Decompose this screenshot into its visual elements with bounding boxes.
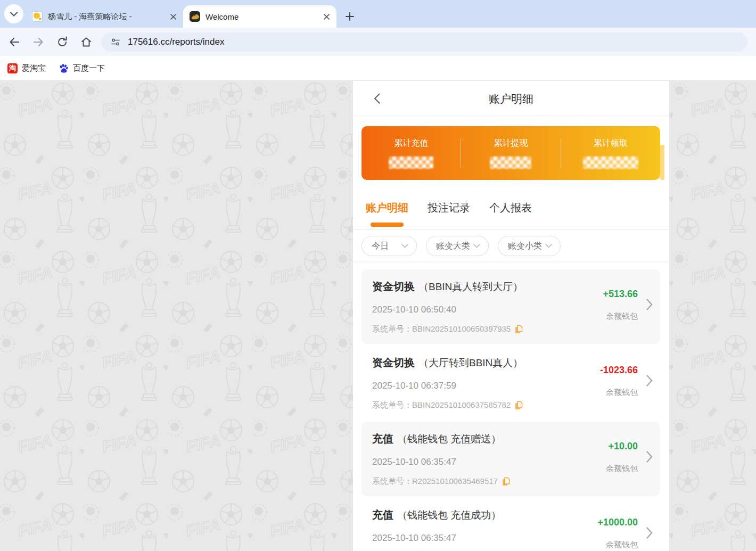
total-deposit: 累计充值 bbox=[361, 138, 461, 169]
forward-button[interactable] bbox=[29, 33, 47, 51]
tab-search-button[interactable] bbox=[4, 4, 23, 23]
amount: -1023.66 bbox=[600, 365, 638, 376]
report-tabs: 账户明细 投注记录 个人报表 bbox=[353, 194, 669, 230]
tab-personal-report[interactable]: 个人报表 bbox=[489, 201, 532, 229]
summary-section: 累计充值 累计提现 累计领取 bbox=[353, 116, 669, 194]
tab-title: Welcome bbox=[206, 12, 322, 21]
page-content: FIFA 账户明细 bbox=[0, 81, 756, 551]
bookmark-aitaobao[interactable]: 淘 爱淘宝 bbox=[7, 63, 46, 73]
order-number-row: 系统单号：BBIN202510100650397935 bbox=[372, 324, 660, 334]
chevron-right-icon bbox=[646, 527, 653, 539]
account-detail-panel: 账户明细 累计充值 累计提现 累计领取 bbox=[353, 81, 669, 551]
browser-toolbar: 175616.cc/reports/index bbox=[0, 28, 756, 56]
home-icon bbox=[80, 36, 93, 48]
new-tab-button[interactable] bbox=[341, 7, 359, 26]
pegasus-favicon-icon bbox=[190, 11, 200, 22]
filter-major-type[interactable]: 账变大类 bbox=[426, 236, 489, 256]
baidu-paw-icon bbox=[59, 63, 69, 73]
transaction-row[interactable]: 资金切换（大厅转到BBIN真人） 2025-10-10 06:37:59 系统单… bbox=[361, 346, 660, 420]
blurred-value bbox=[583, 157, 638, 169]
reload-button[interactable] bbox=[53, 33, 71, 51]
forum-favicon-icon bbox=[32, 11, 43, 22]
blurred-value bbox=[490, 157, 531, 169]
page-title: 账户明细 bbox=[353, 92, 669, 106]
total-claim: 累计领取 bbox=[561, 138, 660, 169]
chevron-right-icon bbox=[646, 451, 653, 463]
address-bar[interactable]: 175616.cc/reports/index bbox=[101, 32, 747, 52]
chevron-right-icon bbox=[646, 299, 653, 310]
blurred-value bbox=[389, 157, 433, 169]
chevron-down-icon bbox=[545, 244, 552, 248]
filter-minor-type[interactable]: 账变小类 bbox=[498, 236, 561, 256]
chevron-right-icon bbox=[646, 375, 653, 386]
back-arrow-icon bbox=[8, 36, 21, 48]
tab-close-icon[interactable] bbox=[322, 12, 331, 21]
wallet-label: 余额钱包 bbox=[600, 388, 638, 398]
transaction-list: 资金切换（BBIN真人转到大厅） 2025-10-10 06:50:40 系统单… bbox=[353, 261, 669, 551]
chevron-down-icon bbox=[10, 12, 18, 17]
amount: +1000.00 bbox=[597, 517, 638, 528]
tab-title: 杨雪儿 - 海燕策略论坛 - bbox=[48, 12, 168, 22]
home-button[interactable] bbox=[77, 33, 95, 51]
totals-card[interactable]: 累计充值 累计提现 累计领取 bbox=[361, 126, 660, 180]
tab-bet-records[interactable]: 投注记录 bbox=[428, 201, 470, 229]
tab-account-detail[interactable]: 账户明细 bbox=[366, 201, 408, 229]
panel-header: 账户明细 bbox=[353, 81, 669, 116]
next-card-peek bbox=[660, 145, 664, 180]
chevron-down-icon bbox=[401, 244, 408, 248]
chevron-down-icon bbox=[473, 244, 480, 248]
forward-arrow-icon bbox=[32, 36, 45, 48]
bookmark-baidu[interactable]: 百度一下 bbox=[59, 63, 105, 73]
transaction-row[interactable]: 资金切换（BBIN真人转到大厅） 2025-10-10 06:50:40 系统单… bbox=[361, 269, 660, 344]
order-number-row: 系统单号：R202510100635469517 bbox=[372, 476, 660, 487]
active-tab-underline bbox=[371, 223, 404, 227]
tab-close-icon[interactable] bbox=[168, 12, 178, 21]
copy-icon[interactable] bbox=[502, 477, 510, 486]
amount: +10.00 bbox=[606, 441, 638, 452]
transaction-row[interactable]: 充值（钱能钱包 充值赠送） 2025-10-10 06:35:47 系统单号：R… bbox=[361, 422, 660, 496]
filter-date[interactable]: 今日 bbox=[361, 236, 417, 256]
filter-row: 今日 账变大类 账变小类 bbox=[353, 230, 669, 261]
browser-tab-strip: 杨雪儿 - 海燕策略论坛 - Welcome bbox=[0, 0, 756, 28]
total-withdraw: 累计提现 bbox=[461, 138, 560, 169]
plus-icon bbox=[346, 12, 354, 21]
wallet-label: 余额钱包 bbox=[603, 311, 638, 322]
site-settings-icon bbox=[110, 36, 121, 48]
bookmarks-bar: 淘 爱淘宝 百度一下 bbox=[0, 56, 756, 81]
wallet-label: 余额钱包 bbox=[606, 464, 638, 474]
taobao-icon: 淘 bbox=[7, 63, 18, 73]
copy-icon[interactable] bbox=[515, 325, 523, 334]
back-button[interactable] bbox=[5, 33, 23, 51]
order-number-row: 系统单号：BBIN202510100637585782 bbox=[372, 400, 660, 410]
amount: +513.66 bbox=[603, 289, 638, 300]
browser-tab-forum[interactable]: 杨雪儿 - 海燕策略论坛 - bbox=[26, 5, 183, 28]
browser-tab-welcome[interactable]: Welcome bbox=[183, 5, 336, 28]
url-text: 175616.cc/reports/index bbox=[128, 37, 224, 47]
wallet-label: 余额钱包 bbox=[597, 540, 638, 550]
reload-icon bbox=[56, 36, 69, 48]
transaction-row[interactable]: 充值（钱能钱包 充值成功） 2025-10-10 06:35:47 系统单号：2… bbox=[361, 498, 660, 551]
copy-icon[interactable] bbox=[515, 401, 523, 410]
